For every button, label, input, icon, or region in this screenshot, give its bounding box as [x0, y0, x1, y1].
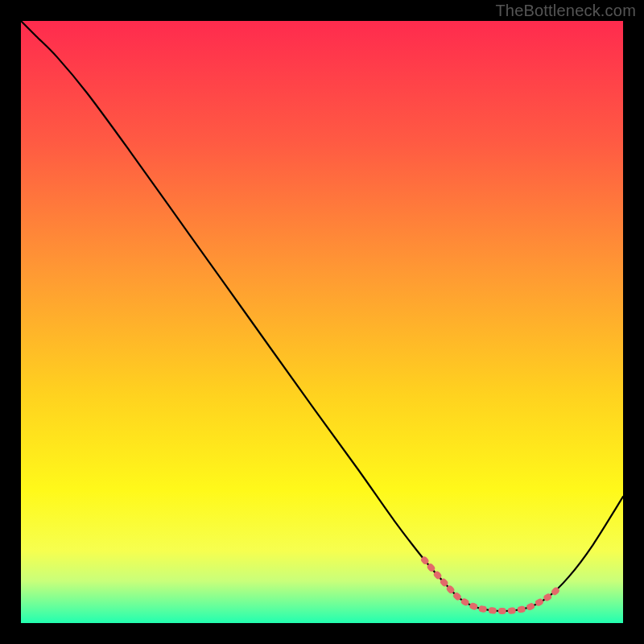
chart-frame: TheBottleneck.com	[0, 0, 644, 644]
chart-background	[21, 21, 623, 623]
chart-plot	[21, 21, 623, 623]
watermark-text: TheBottleneck.com	[495, 2, 636, 20]
chart-svg	[21, 21, 623, 623]
